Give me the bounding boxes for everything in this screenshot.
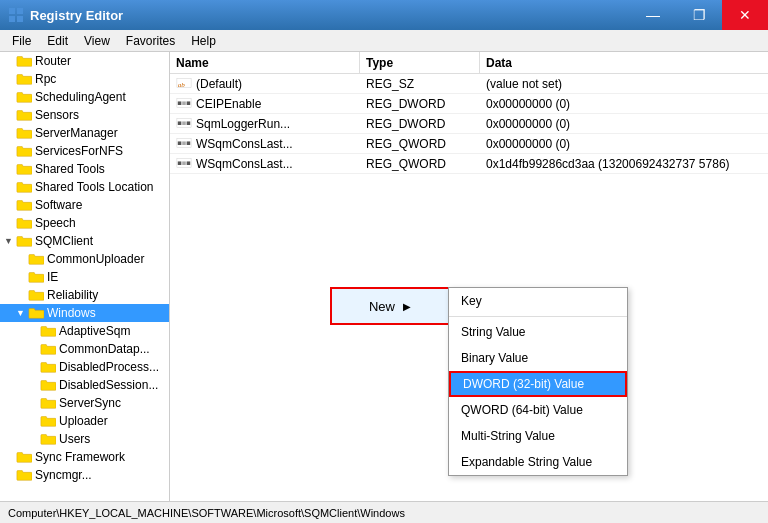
table-row[interactable]: CEIPEnableREG_DWORD0x00000000 (0) — [170, 94, 768, 114]
folder-icon — [40, 360, 56, 374]
tree-item[interactable]: CommonUploader — [0, 250, 169, 268]
tree-label: SQMClient — [35, 234, 93, 248]
restore-button[interactable]: ❐ — [676, 0, 722, 30]
cell-name: SqmLoggerRun... — [170, 114, 360, 133]
tree-label: AdaptiveSqm — [59, 324, 130, 338]
tree-item[interactable]: Users — [0, 430, 169, 448]
tree-item[interactable]: AdaptiveSqm — [0, 322, 169, 340]
tree-item[interactable]: Speech — [0, 214, 169, 232]
cell-type: REG_DWORD — [360, 114, 480, 133]
cell-type: REG_DWORD — [360, 94, 480, 113]
table-row[interactable]: ab (Default)REG_SZ(value not set) — [170, 74, 768, 94]
svg-rect-2 — [9, 16, 15, 22]
folder-icon — [40, 414, 56, 428]
tree-label: Sync Framework — [35, 450, 125, 464]
menu-item-edit[interactable]: Edit — [39, 32, 76, 50]
tree-item[interactable]: ServicesForNFS — [0, 142, 169, 160]
tree-item[interactable]: ▼ Windows — [0, 304, 169, 322]
table-row[interactable]: WSqmConsLast...REG_QWORD0x00000000 (0) — [170, 134, 768, 154]
cell-name: ab (Default) — [170, 74, 360, 93]
tree-label: CommonUploader — [47, 252, 144, 266]
tree-label: Software — [35, 198, 82, 212]
menu-item-help[interactable]: Help — [183, 32, 224, 50]
folder-icon — [40, 432, 56, 446]
tree-item[interactable]: ServerSync — [0, 394, 169, 412]
cell-data: 0x00000000 (0) — [480, 114, 768, 133]
tree-label: Sensors — [35, 108, 79, 122]
folder-icon — [16, 216, 32, 230]
svg-rect-13 — [187, 121, 191, 125]
tree-item[interactable]: DisabledProcess... — [0, 358, 169, 376]
menu-item-file[interactable]: File — [4, 32, 39, 50]
folder-icon — [16, 198, 32, 212]
tree-label: SchedulingAgent — [35, 90, 126, 104]
tree-item[interactable]: SchedulingAgent — [0, 88, 169, 106]
tree-item[interactable]: Router — [0, 52, 169, 70]
tree-item[interactable]: CommonDatap... — [0, 340, 169, 358]
status-bar: Computer\HKEY_LOCAL_MACHINE\SOFTWARE\Mic… — [0, 501, 768, 523]
tree-item[interactable]: Reliability — [0, 286, 169, 304]
tree-item[interactable]: Uploader — [0, 412, 169, 430]
tree-item[interactable]: Shared Tools Location — [0, 178, 169, 196]
cell-name: WSqmConsLast... — [170, 134, 360, 153]
tree-arrow: ▼ — [4, 236, 16, 246]
tree-item[interactable]: ▼ SQMClient — [0, 232, 169, 250]
folder-icon — [16, 126, 32, 140]
main-content: Router Rpc SchedulingAgent Sensors Serve… — [0, 52, 768, 501]
svg-text:ab: ab — [178, 80, 186, 88]
window-title: Registry Editor — [30, 8, 123, 23]
table-header: Name Type Data — [170, 52, 768, 74]
title-bar-left: Registry Editor — [8, 7, 123, 23]
tree-item[interactable]: Sensors — [0, 106, 169, 124]
dword-icon — [176, 97, 192, 111]
tree-item[interactable]: Software — [0, 196, 169, 214]
tree-scroll[interactable]: Router Rpc SchedulingAgent Sensors Serve… — [0, 52, 169, 501]
title-bar: Registry Editor — ❐ ✕ — [0, 0, 768, 30]
tree-item[interactable]: ServerManager — [0, 124, 169, 142]
tree-label: Router — [35, 54, 71, 68]
tree-label: Speech — [35, 216, 76, 230]
dword-icon — [176, 117, 192, 131]
cell-name-text: WSqmConsLast... — [196, 157, 293, 171]
menu-item-view[interactable]: View — [76, 32, 118, 50]
cell-data: 0x00000000 (0) — [480, 134, 768, 153]
col-data[interactable]: Data — [480, 52, 768, 73]
cell-name-text: WSqmConsLast... — [196, 137, 293, 151]
col-type[interactable]: Type — [360, 52, 480, 73]
tree-item[interactable]: Shared Tools — [0, 160, 169, 178]
tree-item[interactable]: Syncmgr... — [0, 466, 169, 484]
svg-rect-17 — [187, 141, 191, 145]
tree-arrow: ▼ — [16, 308, 28, 318]
tree-item[interactable]: Rpc — [0, 70, 169, 88]
tree-item[interactable]: IE — [0, 268, 169, 286]
status-path: Computer\HKEY_LOCAL_MACHINE\SOFTWARE\Mic… — [8, 507, 405, 519]
tree-label: Syncmgr... — [35, 468, 92, 482]
cell-data: 0x1d4fb99286cd3aa (13200692432737 5786) — [480, 154, 768, 173]
folder-icon — [16, 234, 32, 248]
tree-label: IE — [47, 270, 58, 284]
folder-icon — [40, 342, 56, 356]
right-panel: Name Type Data ab (Default)REG_SZ(value … — [170, 52, 768, 501]
close-button[interactable]: ✕ — [722, 0, 768, 30]
folder-icon — [40, 396, 56, 410]
folder-icon — [40, 378, 56, 392]
minimize-button[interactable]: — — [630, 0, 676, 30]
qword-icon — [176, 157, 192, 171]
folder-icon — [16, 108, 32, 122]
svg-rect-1 — [17, 8, 23, 14]
tree-label: Windows — [47, 306, 96, 320]
svg-rect-20 — [182, 161, 186, 165]
tree-label: Shared Tools Location — [35, 180, 154, 194]
table-row[interactable]: WSqmConsLast...REG_QWORD0x1d4fb99286cd3a… — [170, 154, 768, 174]
app-icon — [8, 7, 24, 23]
svg-rect-11 — [178, 121, 182, 125]
tree-item[interactable]: DisabledSession... — [0, 376, 169, 394]
qword-icon — [176, 137, 192, 151]
tree-label: ServerManager — [35, 126, 118, 140]
menu-item-favorites[interactable]: Favorites — [118, 32, 183, 50]
tree-item[interactable]: Sync Framework — [0, 448, 169, 466]
table-body: ab (Default)REG_SZ(value not set) CEIPEn… — [170, 74, 768, 501]
col-name[interactable]: Name — [170, 52, 360, 73]
table-row[interactable]: SqmLoggerRun...REG_DWORD0x00000000 (0) — [170, 114, 768, 134]
folder-icon — [16, 90, 32, 104]
